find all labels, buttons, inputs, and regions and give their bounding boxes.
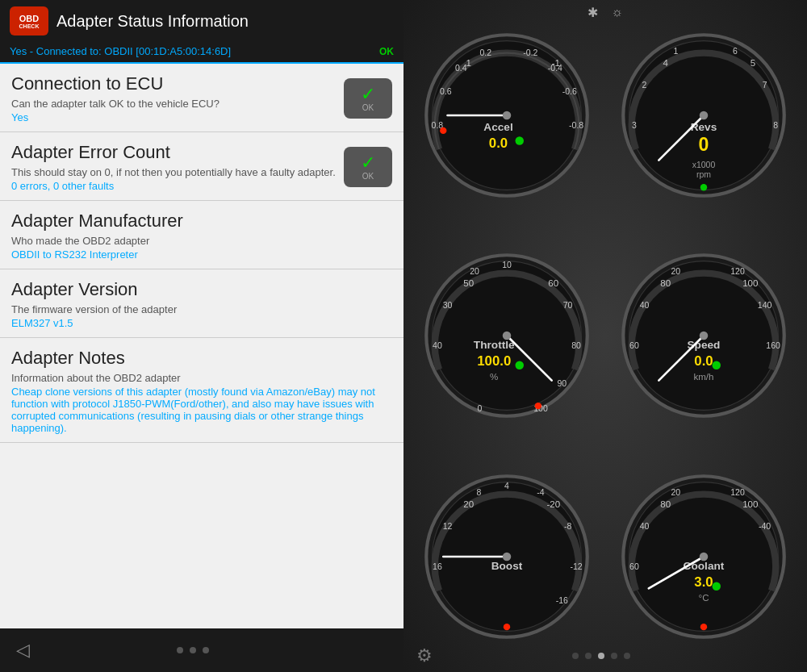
right-panel: ✱ ☼ 1 -1 0.8 0.6 0.4 0.2 -0.2 -0.4 -0.6 — [404, 0, 807, 672]
svg-text:-4: -4 — [537, 488, 544, 498]
svg-text:100: 100 — [742, 279, 758, 289]
ok-badge: OK — [379, 46, 394, 57]
svg-text:30: 30 — [443, 301, 453, 311]
error-check-button[interactable]: ✓ OK — [344, 147, 392, 187]
header-bar: OBD CHECK Adapter Status Information — [0, 0, 404, 42]
bluetooth-icon: ✱ — [587, 5, 598, 20]
section-version-value: ELM327 v1.5 — [11, 317, 392, 329]
gauge-coolant: 80 100 60 40 20 120 -40 Coolant 3.0 °C — [619, 472, 788, 641]
section-notes-title: Adapter Notes — [11, 348, 392, 369]
svg-point-99 — [713, 582, 721, 591]
svg-text:0: 0 — [477, 404, 482, 414]
svg-text:-0.2: -0.2 — [523, 48, 537, 57]
svg-text:-8: -8 — [564, 522, 571, 532]
svg-text:8: 8 — [773, 120, 778, 130]
section-connection: Connection to ECU Can the adapter talk O… — [0, 64, 404, 132]
svg-point-52 — [535, 403, 541, 409]
section-connection-title: Connection to ECU — [11, 73, 344, 94]
section-version: Adapter Version The firmware version of … — [0, 269, 404, 338]
svg-text:0.6: 0.6 — [440, 86, 452, 96]
svg-text:20: 20 — [463, 499, 474, 509]
bottom-nav: ◁ — [0, 628, 404, 672]
svg-text:50: 50 — [463, 279, 474, 289]
gauge-boost: 20 -20 16 12 8 4 -4 -8 -12 -16 Boost — [422, 472, 592, 641]
svg-text:Speed: Speed — [688, 339, 721, 351]
status-icons: ✱ ☼ — [404, 0, 807, 24]
svg-text:4: 4 — [504, 481, 509, 490]
svg-text:120: 120 — [730, 488, 745, 498]
right-bottom-bar: ⚙ — [404, 640, 807, 672]
gauge-coolant-container: 80 100 60 40 20 120 -40 Coolant 3.0 °C — [607, 448, 801, 666]
nav-dot-3[interactable] — [203, 647, 209, 653]
svg-text:5: 5 — [751, 58, 755, 68]
right-dot-1[interactable] — [572, 653, 579, 659]
section-manufacturer-title: Adapter Manufacturer — [11, 211, 392, 232]
section-version-title: Adapter Version — [11, 279, 392, 300]
svg-text:40: 40 — [433, 340, 442, 350]
nav-dot-1[interactable] — [177, 647, 183, 653]
right-dot-5[interactable] — [624, 653, 630, 659]
nav-dot-2[interactable] — [190, 647, 196, 653]
svg-text:-0.4: -0.4 — [548, 63, 562, 73]
left-panel: OBD CHECK Adapter Status Information Yes… — [0, 0, 404, 672]
gauge-throttle: 50 60 40 30 20 10 0 100 70 80 90 Throttl… — [422, 251, 592, 420]
status-bar: Yes - Connected to: OBDII [00:1D:A5:00:1… — [0, 42, 404, 64]
svg-point-70 — [700, 332, 709, 340]
svg-text:Throttle: Throttle — [474, 339, 515, 351]
svg-text:100: 100 — [742, 499, 758, 509]
svg-text:-0.6: -0.6 — [562, 86, 577, 96]
svg-text:2: 2 — [642, 80, 647, 90]
gauge-revs: 4 5 3 2 1 6 7 8 Revs 0 x1000 rpm — [619, 31, 788, 200]
svg-text:-16: -16 — [556, 595, 568, 605]
svg-text:10: 10 — [502, 260, 512, 269]
logo-text-top: OBD — [19, 14, 39, 23]
section-notes-value: Cheap clone versions of this adapter (mo… — [11, 386, 392, 434]
section-version-desc: The firmware version of the adapter — [11, 303, 392, 315]
svg-text:80: 80 — [660, 279, 671, 289]
nav-dots — [177, 647, 209, 653]
section-error-count: Adapter Error Count This should stay on … — [0, 132, 404, 201]
svg-text:160: 160 — [766, 340, 780, 350]
section-notes: Adapter Notes Information about the OBD2… — [0, 338, 404, 443]
svg-text:°C: °C — [699, 593, 709, 603]
svg-text:0.4: 0.4 — [455, 63, 467, 73]
svg-text:1: 1 — [673, 46, 678, 56]
back-button[interactable]: ◁ — [16, 640, 30, 661]
connection-check-button[interactable]: ✓ OK — [344, 78, 392, 119]
section-error-desc: This should stay on 0, if not then you p… — [11, 166, 344, 178]
svg-text:60: 60 — [629, 561, 639, 571]
obd-logo: OBD CHECK — [10, 6, 48, 35]
right-dot-3[interactable] — [598, 653, 604, 659]
gauge-accel-container: 1 -1 0.8 0.6 0.4 0.2 -0.2 -0.4 -0.6 -0.8… — [410, 6, 604, 224]
right-dot-4[interactable] — [611, 653, 617, 659]
svg-point-32 — [700, 184, 707, 190]
svg-text:20: 20 — [671, 267, 681, 277]
svg-text:3: 3 — [632, 120, 637, 130]
svg-text:80: 80 — [571, 340, 581, 350]
brightness-icon: ☼ — [611, 5, 623, 19]
section-manufacturer: Adapter Manufacturer Who made the OBD2 a… — [0, 201, 404, 269]
svg-text:rpm: rpm — [696, 169, 711, 178]
section-error-value: 0 errors, 0 other faults — [11, 180, 344, 192]
gauge-accel: 1 -1 0.8 0.6 0.4 0.2 -0.2 -0.4 -0.6 -0.8… — [422, 31, 592, 200]
gauge-revs-container: 4 5 3 2 1 6 7 8 Revs 0 x1000 rpm — [607, 6, 801, 224]
section-connection-value: Yes — [11, 111, 344, 123]
svg-text:km/h: km/h — [694, 372, 714, 382]
svg-text:Revs: Revs — [691, 121, 717, 133]
svg-point-68 — [713, 361, 721, 370]
check-icon-2: ✓ — [361, 154, 375, 172]
check-icon: ✓ — [361, 86, 375, 103]
svg-text:90: 90 — [557, 378, 567, 388]
svg-text:40: 40 — [640, 301, 650, 311]
svg-text:140: 140 — [758, 301, 772, 311]
right-dot-2[interactable] — [585, 653, 592, 659]
svg-text:-12: -12 — [571, 561, 583, 571]
svg-text:6: 6 — [733, 46, 738, 56]
page-title: Adapter Status Information — [56, 12, 249, 31]
svg-point-34 — [700, 111, 709, 120]
check-label: OK — [362, 103, 374, 112]
svg-text:100.0: 100.0 — [477, 353, 511, 369]
logo-text-bottom: CHECK — [19, 23, 40, 29]
settings-icon[interactable]: ⚙ — [416, 645, 433, 666]
svg-text:7: 7 — [763, 80, 767, 90]
